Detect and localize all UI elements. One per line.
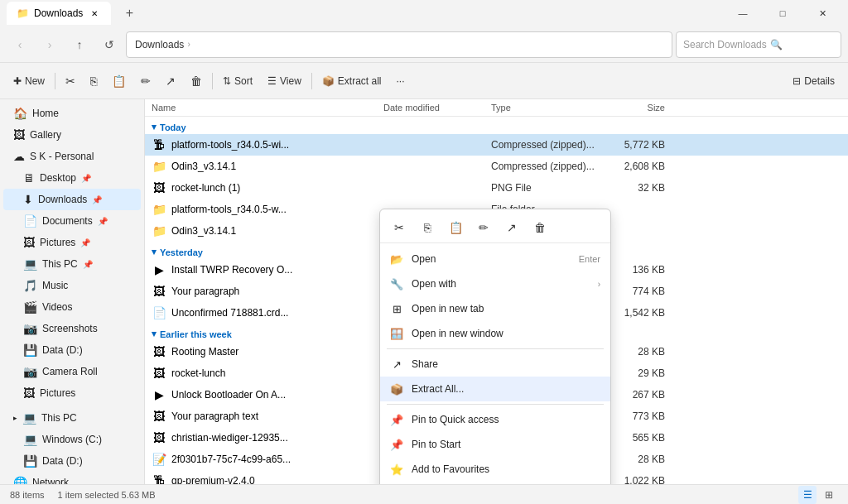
sidebar-label-windows-c: Windows (C:) [42,434,102,445]
delete-button[interactable]: 🗑 [184,68,209,94]
chevron-earlier: ▾ [152,329,157,339]
ctx-item-add-favourites[interactable]: ⭐ Add to Favourites [380,457,610,482]
cut-button[interactable]: ✂ [59,68,82,94]
up-button[interactable]: ↑ [66,31,93,58]
cloud-icon: ☁ [13,150,25,163]
file-icon: ▶ [152,262,166,277]
col-header-name[interactable]: Name [152,103,383,113]
share-button[interactable]: ↗ [159,68,182,94]
minimize-button[interactable]: — [724,0,762,26]
thispc-icon-1: 💻 [23,257,37,271]
ctx-delete-button[interactable]: 🗑 [528,216,552,239]
datad-icon: 💾 [23,343,37,357]
expand-icon-thispc: ▸ [13,414,17,422]
ctx-item-pin-quick[interactable]: 📌 Pin to Quick access [380,407,610,432]
sidebar-label-network: Network [32,477,69,484]
address-bar[interactable]: Downloads › [126,31,672,58]
sidebar-item-home[interactable]: 🏠 Home [3,103,141,124]
sidebar-label-music: Music [42,280,68,291]
sidebar-item-screenshots[interactable]: 📷 Screenshots [3,318,141,339]
ctx-paste-button[interactable]: 📋 [443,216,468,239]
file-type: Compressed (zipped)... [491,161,599,172]
view-button[interactable]: ☰ View [261,68,308,94]
sidebar-label-documents: Documents [42,215,93,227]
sidebar-item-data-d[interactable]: 💾 Data (D:) [3,450,141,472]
ctx-item-compress[interactable]: 🗜 Compress to ZIP file [380,482,610,484]
thispc-main-icon: 💻 [22,411,36,425]
sidebar-item-desktop[interactable]: 🖥 Desktop 📌 [3,167,141,189]
table-row[interactable]: 🗜 platform-tools_r34.0.5-wi... Compresse… [145,134,848,156]
tab-close-button[interactable]: ✕ [88,7,101,20]
file-icon: 📝 [152,452,166,467]
copy-button[interactable]: ⎘ [84,68,104,94]
maximize-button[interactable]: □ [764,0,802,26]
rename-button[interactable]: ✏ [134,68,157,94]
file-name: rocket-lunch (1) [171,182,383,194]
ctx-separator-1 [387,348,604,349]
sidebar-item-videos[interactable]: 🎬 Videos [3,296,141,318]
col-header-size[interactable]: Size [599,103,665,113]
sidebar-item-thispc-expand[interactable]: ▸ 💻 This PC [3,407,141,429]
ctx-item-open-new-window[interactable]: 🪟 Open in new window [380,321,610,346]
table-row[interactable]: 🖼 rocket-lunch (1) PNG File 32 KB [145,177,848,199]
forward-button[interactable]: › [36,31,63,58]
section-earlier-label: Earlier this week [160,329,232,339]
sidebar-item-network[interactable]: 🌐 Network [3,472,141,484]
sidebar-item-datad[interactable]: 💾 Data (D:) [3,339,141,361]
sidebar-item-cloud[interactable]: ☁ S K - Personal [3,146,141,167]
ctx-item-open-new-tab[interactable]: ⊞ Open in new tab [380,296,610,321]
main-area: 🏠 Home 🖼 Gallery ☁ S K - Personal 🖥 Desk… [0,99,848,484]
extract-button[interactable]: 📦 Extract all [316,68,388,94]
ctx-rename-button[interactable]: ✏ [471,216,496,239]
chevron-yesterday: ▾ [152,247,157,257]
list-view-button[interactable]: ☰ [798,486,817,504]
details-pane-icon: ⊟ [793,75,801,87]
file-icon: 🗜 [152,473,166,484]
sidebar-item-music[interactable]: 🎵 Music [3,275,141,296]
file-name: gp-premium-v2.4.0 [171,475,383,484]
ctx-item-open-with[interactable]: 🔧 Open with › [380,271,610,296]
new-button[interactable]: ✚ New [7,68,51,94]
ctx-item-share[interactable]: ↗ Share [380,352,610,377]
more-button[interactable]: ··· [390,68,412,94]
pin-icon-downloads: 📌 [92,195,102,204]
close-button[interactable]: ✕ [803,0,841,26]
new-tab-button[interactable]: + [118,2,141,25]
active-tab[interactable]: 📁 Downloads ✕ [7,2,111,25]
downloads-icon: ⬇ [23,193,33,206]
col-header-type[interactable]: Type [491,103,599,113]
table-row[interactable]: 📁 Odin3_v3.14.1 Compressed (zipped)... 2… [145,156,848,177]
sidebar-item-documents[interactable]: 📄 Documents 📌 [3,210,141,232]
ctx-share-button[interactable]: ↗ [499,216,524,239]
ctx-item-open[interactable]: 📂 Open Enter [380,247,610,271]
extract-icon: 📦 [322,75,335,87]
sidebar-item-gallery[interactable]: 🖼 Gallery [3,124,141,146]
sidebar: 🏠 Home 🖼 Gallery ☁ S K - Personal 🖥 Desk… [0,99,145,484]
cameraroll-icon: 📷 [23,365,37,378]
sidebar-label-pictures2: Pictures [40,387,75,399]
file-name: platform-tools_r34.0.5-w... [171,204,383,215]
sidebar-item-pictures[interactable]: 🖼 Pictures 📌 [3,232,141,253]
search-box[interactable]: Search Downloads 🔍 [676,31,841,58]
toolbar: ✚ New ✂ ⎘ 📋 ✏ ↗ 🗑 ⇅ Sort ☰ View 📦 Extrac… [0,63,848,99]
sidebar-item-thispc-1[interactable]: 💻 This PC 📌 [3,253,141,275]
details-button[interactable]: ⊟ Details [786,68,841,94]
network-icon: 🌐 [13,476,27,484]
grid-view-button[interactable]: ⊞ [820,486,838,504]
sidebar-label-desktop: Desktop [40,172,76,184]
sidebar-item-downloads[interactable]: ⬇ Downloads 📌 [3,189,141,210]
ctx-item-pin-start[interactable]: 📌 Pin to Start [380,432,610,457]
sidebar-item-windows-c[interactable]: 💻 Windows (C:) [3,429,141,450]
paste-button[interactable]: 📋 [105,68,132,94]
ctx-cut-button[interactable]: ✂ [387,216,412,239]
back-button[interactable]: ‹ [7,31,33,58]
refresh-button[interactable]: ↺ [96,31,123,58]
col-header-date[interactable]: Date modified [383,103,491,113]
ctx-item-extract[interactable]: 📦 Extract All... [380,377,610,401]
open-icon: 📂 [390,252,403,266]
section-today[interactable]: ▾ Today [145,117,848,134]
sidebar-item-cameraroll[interactable]: 📷 Camera Roll [3,361,141,382]
ctx-copy-button[interactable]: ⎘ [415,216,440,239]
sort-button[interactable]: ⇅ Sort [216,68,259,94]
sidebar-item-pictures2[interactable]: 🖼 Pictures [3,382,141,404]
